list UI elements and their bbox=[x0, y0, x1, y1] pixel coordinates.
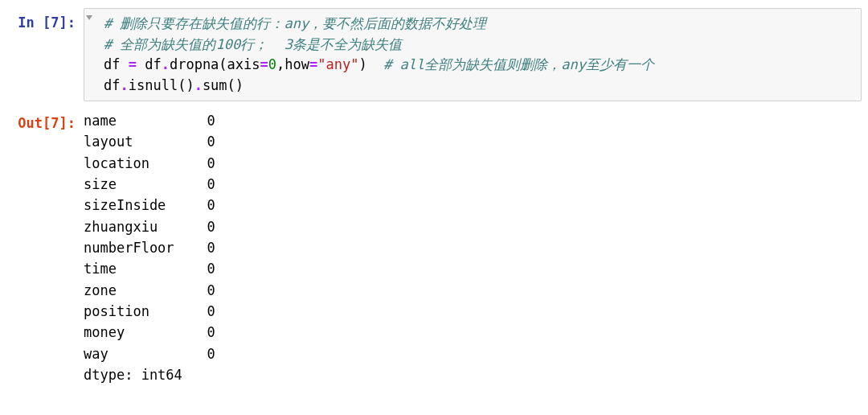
collapse-toggle-icon[interactable] bbox=[86, 15, 92, 20]
output-prompt: Out[7]: bbox=[6, 109, 84, 131]
code-content[interactable]: # 删除只要存在缺失值的行：any，要不然后面的数据不好处理 # 全部为缺失值的… bbox=[92, 14, 853, 96]
input-cell: In [7]: # 删除只要存在缺失值的行：any，要不然后面的数据不好处理 #… bbox=[6, 8, 862, 101]
code-comment-2: # 全部为缺失值的100行； 3条是不全为缺失值 bbox=[104, 36, 402, 52]
code-input-area[interactable]: # 删除只要存在缺失值的行：any，要不然后面的数据不好处理 # 全部为缺失值的… bbox=[84, 8, 862, 101]
input-prompt: In [7]: bbox=[6, 8, 84, 31]
input-prompt-label: In [7]: bbox=[18, 14, 76, 31]
output-prompt-label: Out[7]: bbox=[18, 115, 76, 131]
output-cell: Out[7]: name 0 layout 0 location 0 size … bbox=[6, 106, 862, 385]
output-text-area: name 0 layout 0 location 0 size 0 sizeIn… bbox=[84, 109, 862, 385]
code-line-4: df.isnull().sum() bbox=[104, 77, 244, 93]
code-comment-1: # 删除只要存在缺失值的行：any，要不然后面的数据不好处理 bbox=[104, 15, 486, 31]
code-line-3: df = df.dropna(axis=0,how="any") # all全部… bbox=[104, 56, 654, 72]
